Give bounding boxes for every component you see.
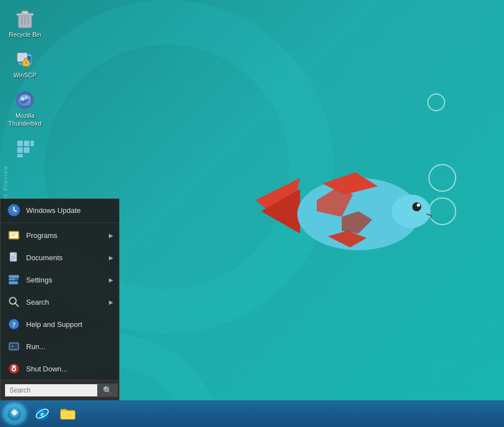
start-menu-search-bar: 🔍 bbox=[1, 380, 119, 400]
start-menu-item-documents[interactable]: Documents ▶ bbox=[1, 246, 119, 269]
svg-point-26 bbox=[25, 96, 27, 98]
run-icon: >_ bbox=[7, 340, 21, 353]
svg-rect-44 bbox=[9, 279, 16, 280]
start-menu-item-help-support[interactable]: ? Help and Support bbox=[1, 313, 119, 335]
taskbar: e bbox=[0, 400, 504, 427]
desktop-icon-grid-app[interactable] bbox=[6, 135, 44, 162]
svg-point-46 bbox=[16, 279, 18, 281]
thunderbird-icon bbox=[14, 89, 36, 111]
desktop-icon-winscp[interactable]: WinSCP bbox=[6, 46, 44, 81]
taskbar-ie-button[interactable]: e bbox=[30, 403, 54, 425]
start-menu-item-search[interactable]: Search ▶ bbox=[1, 291, 119, 313]
desktop-icons: Recycle Bin WinSCP bbox=[6, 6, 44, 162]
svg-rect-35 bbox=[10, 232, 18, 238]
svg-text:e: e bbox=[41, 410, 44, 418]
start-menu-item-label: Search bbox=[26, 298, 49, 306]
taskbar-explorer-button[interactable] bbox=[56, 403, 80, 425]
svg-rect-43 bbox=[9, 275, 19, 278]
svg-text:?: ? bbox=[12, 320, 16, 329]
submenu-arrow: ▶ bbox=[109, 255, 113, 261]
start-menu-item-windows-update[interactable]: Windows Update bbox=[1, 199, 119, 221]
svg-rect-32 bbox=[17, 154, 23, 157]
start-menu-item-programs[interactable]: Programs ▶ bbox=[1, 224, 119, 246]
svg-rect-31 bbox=[24, 147, 29, 153]
grid-app-icon bbox=[14, 137, 36, 160]
recycle-bin-icon bbox=[14, 8, 36, 30]
help-icon: ? bbox=[7, 317, 21, 331]
start-menu-item-settings[interactable]: Settings ▶ bbox=[1, 269, 119, 291]
svg-rect-12 bbox=[22, 11, 28, 14]
start-menu-item-label: Help and Support bbox=[26, 320, 82, 329]
start-menu-item-label: Run... bbox=[26, 342, 46, 351]
svg-point-7 bbox=[392, 195, 431, 228]
start-menu-item-run[interactable]: >_ Run... bbox=[1, 335, 119, 358]
svg-rect-30 bbox=[17, 147, 23, 153]
submenu-arrow: ▶ bbox=[109, 232, 113, 239]
search-icon bbox=[7, 295, 21, 309]
desktop-icon-thunderbird[interactable]: Mozilla Thunderbird bbox=[6, 87, 44, 129]
svg-rect-45 bbox=[9, 281, 18, 284]
fish-illustration bbox=[256, 156, 450, 286]
svg-rect-29 bbox=[31, 141, 34, 146]
svg-line-15 bbox=[28, 17, 28, 24]
svg-line-13 bbox=[22, 17, 22, 24]
desktop-icon-recycle-bin[interactable]: Recycle Bin bbox=[6, 6, 44, 41]
start-menu-item-label: Settings bbox=[26, 276, 52, 284]
submenu-arrow: ▶ bbox=[109, 299, 113, 305]
submenu-arrow: ▶ bbox=[109, 277, 113, 283]
documents-icon bbox=[7, 251, 21, 264]
start-button[interactable] bbox=[2, 403, 27, 425]
svg-text:>_: >_ bbox=[11, 344, 17, 349]
start-menu-item-label: Windows Update bbox=[26, 206, 81, 215]
svg-line-49 bbox=[15, 303, 18, 306]
winscp-label: WinSCP bbox=[13, 72, 37, 79]
svg-point-25 bbox=[21, 97, 24, 101]
start-menu-item-label: Programs bbox=[26, 231, 57, 240]
thunderbird-label: Mozilla Thunderbird bbox=[8, 112, 41, 127]
shutdown-icon bbox=[7, 362, 21, 375]
start-menu: Windows Update Programs ▶ bbox=[0, 198, 119, 400]
circle-decoration-small bbox=[427, 93, 445, 111]
desktop: Recycle Bin WinSCP bbox=[0, 0, 504, 427]
start-menu-search-input[interactable] bbox=[5, 384, 97, 396]
start-menu-search-button[interactable]: 🔍 bbox=[97, 384, 118, 397]
programs-icon bbox=[7, 229, 21, 242]
start-menu-item-label: Documents bbox=[26, 254, 63, 262]
svg-rect-27 bbox=[17, 141, 23, 146]
menu-separator-1 bbox=[1, 222, 119, 223]
svg-point-55 bbox=[9, 364, 19, 374]
winscp-icon bbox=[14, 48, 36, 71]
windows-update-icon bbox=[7, 203, 21, 217]
settings-icon bbox=[7, 273, 21, 286]
recycle-bin-label: Recycle Bin bbox=[9, 31, 41, 38]
start-menu-item-label: Shut Down... bbox=[26, 365, 67, 373]
start-menu-item-shutdown[interactable]: Shut Down... bbox=[1, 358, 119, 380]
svg-rect-28 bbox=[24, 141, 29, 146]
svg-point-22 bbox=[25, 62, 27, 64]
svg-point-8 bbox=[412, 202, 421, 211]
svg-point-9 bbox=[417, 203, 420, 207]
